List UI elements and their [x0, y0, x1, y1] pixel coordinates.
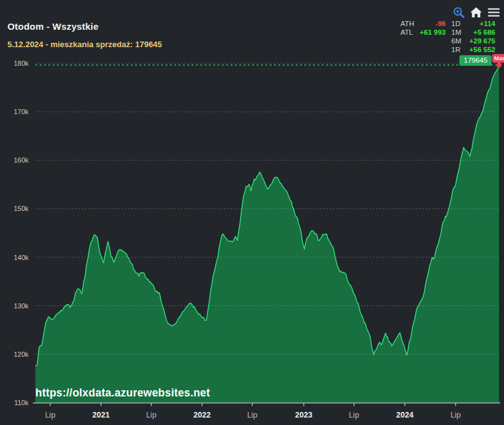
svg-text:2022: 2022	[193, 411, 211, 419]
svg-text:Lip: Lip	[146, 411, 157, 419]
stat-row: ATL +61 993 1M +5 686	[400, 28, 495, 37]
svg-text:Lip: Lip	[247, 411, 258, 419]
page-title: Otodom - Wszystkie	[7, 21, 99, 32]
svg-text:Lip: Lip	[45, 411, 56, 419]
stat-label-atl: ATL	[400, 28, 417, 37]
page-subtitle: 5.12.2024 - mieszkania sprzedaż: 179645	[7, 40, 162, 49]
stat-label-6m: 6M	[451, 37, 466, 45]
svg-text:120k: 120k	[14, 351, 29, 358]
watermark-url: https://olxdata.azurewebsites.net	[35, 387, 210, 400]
zoom-in-icon[interactable]	[452, 6, 466, 19]
svg-text:180k: 180k	[14, 60, 29, 67]
svg-text:170k: 170k	[14, 108, 29, 115]
svg-text:Lip: Lip	[349, 411, 360, 419]
home-icon[interactable]	[469, 6, 483, 19]
range-max-button[interactable]: Max	[492, 54, 504, 63]
stat-value-atl: +61 993	[417, 28, 446, 37]
svg-text:2021: 2021	[92, 411, 110, 419]
stat-label-1m: 1M	[451, 28, 466, 37]
svg-text:150k: 150k	[14, 205, 29, 212]
stat-row: 6M +29 675	[400, 37, 495, 45]
svg-text:160k: 160k	[14, 156, 29, 164]
area-chart[interactable]: 180k170k160k150k140k130k120k110kLip2021L…	[0, 0, 504, 425]
stat-value-ath: -96	[417, 19, 446, 28]
stat-label-1d: 1D	[451, 19, 466, 28]
toolbar	[452, 6, 500, 19]
svg-text:140k: 140k	[14, 254, 29, 261]
svg-text:2023: 2023	[295, 411, 312, 419]
chart-app: 180k170k160k150k140k130k120k110kLip2021L…	[0, 0, 504, 425]
stat-row: 1R +56 552	[400, 45, 495, 54]
menu-icon[interactable]	[487, 6, 500, 19]
svg-text:130k: 130k	[14, 302, 29, 310]
svg-text:110k: 110k	[14, 399, 29, 406]
svg-text:Lip: Lip	[451, 411, 461, 419]
stat-value-6m: +29 675	[466, 37, 495, 45]
stat-row: ATH -96 1D +114	[400, 19, 495, 28]
stat-value-1d: +114	[466, 19, 495, 28]
stat-value-1m: +5 686	[466, 28, 495, 37]
svg-text:2024: 2024	[396, 411, 413, 419]
stats-panel: ATH -96 1D +114 ATL +61 993 1M +5 686 6M…	[400, 19, 495, 54]
stat-label-ath: ATH	[400, 19, 417, 28]
stat-value-1r: +56 552	[466, 45, 495, 54]
stat-label-1r: 1R	[451, 45, 466, 54]
last-value-badge: 179645	[459, 55, 492, 66]
